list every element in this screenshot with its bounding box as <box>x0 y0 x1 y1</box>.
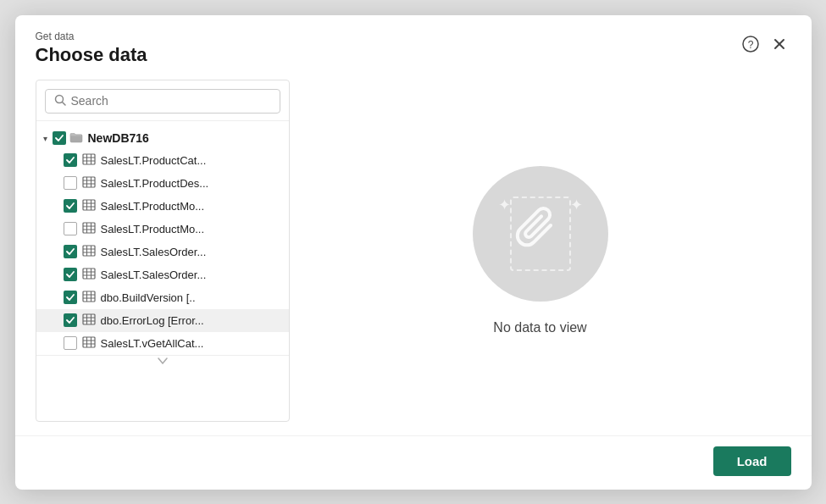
scroll-down-indicator <box>36 355 289 366</box>
search-icon <box>54 94 66 108</box>
tree-item-row[interactable]: SalesLT.ProductCat... <box>36 149 289 172</box>
help-icon: ? <box>742 36 759 53</box>
dialog: Get data Choose data ? <box>15 15 812 490</box>
item-checkbox-checked[interactable] <box>64 268 77 281</box>
title-group: Get data Choose data <box>36 30 147 66</box>
search-bar <box>36 80 289 121</box>
no-data-text: No data to view <box>493 320 586 335</box>
tree-items-container: SalesLT.ProductCat... SalesLT.ProductDes… <box>36 149 289 355</box>
sparkle-top-left-icon: ✦ <box>498 196 511 214</box>
paperclip-icon <box>515 200 566 268</box>
table-icon <box>82 268 96 282</box>
item-checkbox-checked[interactable] <box>64 245 77 258</box>
no-data-illustration: ✦ ✦ <box>473 166 608 302</box>
dialog-body: ▾ NewDB716 <box>15 66 812 435</box>
item-label: dbo.ErrorLog [Error... <box>101 314 204 327</box>
svg-text:?: ? <box>747 38 753 50</box>
tree-item-row[interactable]: SalesLT.SalesOrder... <box>36 241 289 263</box>
tree-item-row[interactable]: dbo.BuildVersion [.. <box>36 286 289 309</box>
svg-rect-17 <box>83 200 95 210</box>
svg-rect-37 <box>83 291 95 302</box>
item-label: SalesLT.ProductMo... <box>101 200 205 213</box>
svg-rect-27 <box>83 246 95 256</box>
table-icon <box>82 336 96 351</box>
item-label: SalesLT.ProductDes... <box>101 177 209 190</box>
db-checkbox[interactable] <box>53 131 66 145</box>
header-actions: ? <box>739 34 791 54</box>
item-label: SalesLT.SalesOrder... <box>101 246 207 258</box>
help-button[interactable]: ? <box>739 34 762 54</box>
item-label: SalesLT.SalesOrder... <box>101 269 207 281</box>
svg-rect-22 <box>83 223 95 233</box>
close-button[interactable] <box>768 34 791 54</box>
svg-rect-32 <box>83 269 95 279</box>
svg-line-5 <box>62 102 65 105</box>
item-checkbox-empty[interactable] <box>64 336 77 350</box>
item-label: dbo.BuildVersion [.. <box>101 291 196 304</box>
db-name: NewDB716 <box>88 131 149 145</box>
tree-area[interactable]: ▾ NewDB716 <box>36 121 289 421</box>
svg-rect-47 <box>83 337 95 347</box>
tree-item-row[interactable]: SalesLT.ProductDes... <box>36 172 289 195</box>
table-icon <box>82 313 96 328</box>
folder-icon <box>69 131 83 146</box>
chevron-down-icon: ▾ <box>43 134 47 143</box>
item-checkbox-checked[interactable] <box>64 153 77 167</box>
svg-rect-42 <box>83 314 95 324</box>
tree-item-row[interactable]: SalesLT.SalesOrder... <box>36 263 289 286</box>
tree-item-row[interactable]: SalesLT.ProductMo... <box>36 195 289 218</box>
dialog-subtitle: Get data <box>36 30 147 42</box>
sparkle-top-right-icon: ✦ <box>570 196 583 214</box>
dialog-footer: Load <box>15 435 812 490</box>
item-checkbox-checked[interactable] <box>64 291 77 304</box>
table-icon <box>82 222 96 236</box>
item-checkbox-checked[interactable] <box>64 199 77 213</box>
item-label: SalesLT.ProductMo... <box>101 223 205 235</box>
tree-item-row[interactable]: SalesLT.vGetAllCat... <box>36 332 289 355</box>
db-row[interactable]: ▾ NewDB716 <box>36 128 289 149</box>
table-icon <box>82 153 96 168</box>
item-checkbox-checked[interactable] <box>64 313 77 327</box>
item-checkbox-empty[interactable] <box>64 176 77 190</box>
search-input[interactable] <box>71 94 271 108</box>
right-panel: ✦ ✦ No data to view <box>290 80 791 422</box>
table-icon <box>82 245 96 259</box>
table-icon <box>82 291 96 305</box>
table-icon <box>82 176 96 191</box>
svg-rect-7 <box>83 154 95 164</box>
dialog-header: Get data Choose data ? <box>15 15 812 66</box>
left-panel: ▾ NewDB716 <box>36 80 290 422</box>
svg-rect-12 <box>83 177 95 187</box>
tree-item-row[interactable]: dbo.ErrorLog [Error... <box>36 309 289 332</box>
tree-item-row[interactable]: SalesLT.ProductMo... <box>36 218 289 241</box>
item-checkbox-empty[interactable] <box>64 222 77 235</box>
close-icon <box>771 36 788 53</box>
search-input-wrap[interactable] <box>45 89 280 114</box>
table-icon <box>82 199 96 213</box>
dialog-title: Choose data <box>36 44 147 66</box>
paperclip-wrap: ✦ ✦ <box>494 187 587 280</box>
item-label: SalesLT.vGetAllCat... <box>101 337 204 350</box>
item-label: SalesLT.ProductCat... <box>101 154 207 167</box>
load-button[interactable]: Load <box>713 446 791 476</box>
